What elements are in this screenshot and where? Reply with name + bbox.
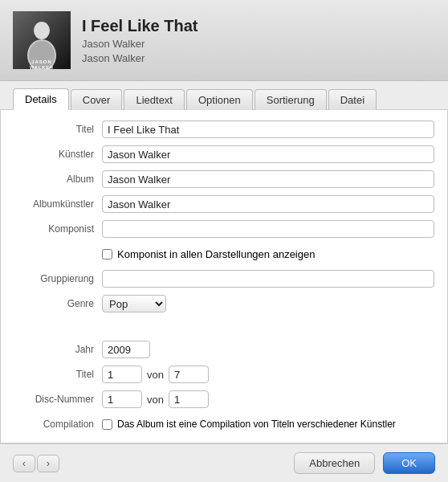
genre-field-wrapper: Pop Rock Jazz Classical Electronic Hip-H… <box>102 295 434 312</box>
gruppierung-row: Gruppierung <box>14 269 434 288</box>
genre-select[interactable]: Pop Rock Jazz Classical Electronic Hip-H… <box>102 295 166 312</box>
nav-prev-button[interactable]: ‹ <box>13 455 35 472</box>
disc-input[interactable] <box>102 390 142 408</box>
tabs-bar: Details Cover Liedtext Optionen Sortieru… <box>0 81 448 110</box>
albumkuenstler-field-wrapper <box>102 195 434 213</box>
disc-label: Disc-Nummer <box>14 394 102 405</box>
jahr-field-wrapper <box>102 341 434 358</box>
titelnr-von-label: von <box>147 369 164 381</box>
komponist-checkbox[interactable] <box>102 249 112 259</box>
tab-optionen[interactable]: Optionen <box>186 89 253 110</box>
footer-actions: Abbrechen OK <box>294 452 435 474</box>
gruppierung-label: Gruppierung <box>14 273 102 284</box>
titelnr-row: Titel von <box>14 365 434 384</box>
compilation-checkbox[interactable] <box>102 419 112 430</box>
ok-button[interactable]: OK <box>383 452 435 474</box>
titel-label: Titel <box>14 124 102 135</box>
tab-liedtext[interactable]: Liedtext <box>124 89 185 110</box>
compilation-checkbox-label: Das Album ist eine Compilation von Titel… <box>117 419 396 430</box>
jahr-input[interactable] <box>102 341 150 358</box>
albumkuenstler-row: Albumkünstler <box>14 194 434 214</box>
content-area: Titel Künstler Album Albumkünstler Kompo… <box>0 110 448 443</box>
titel-row: Titel <box>14 120 434 139</box>
album-art: JASON WALKER <box>13 11 71 69</box>
jahr-row: Jahr <box>14 340 434 359</box>
titel-field-wrapper <box>102 120 434 138</box>
genre-row: Genre Pop Rock Jazz Classical Electronic… <box>14 294 434 313</box>
album-field-wrapper <box>102 170 434 188</box>
kuenstler-label: Künstler <box>14 149 102 160</box>
header-info: I Feel Like That Jason Walker Jason Walk… <box>82 17 198 64</box>
albumkuenstler-label: Albumkünstler <box>14 198 102 210</box>
komponist-checkbox-label: Komponist in allen Darstellungen anzeige… <box>117 248 315 260</box>
titelnr-input[interactable] <box>102 366 142 383</box>
nav-buttons: ‹ › <box>13 455 59 472</box>
cancel-button[interactable]: Abbrechen <box>294 452 375 474</box>
komponist-row: Komponist <box>14 219 434 239</box>
gruppierung-field-wrapper <box>102 270 434 288</box>
albumkuenstler-input[interactable] <box>102 195 434 213</box>
komponist-checkbox-row: Komponist in allen Darstellungen anzeige… <box>14 244 434 263</box>
album-label: Album <box>14 174 102 185</box>
komponist-checkbox-wrapper: Komponist in allen Darstellungen anzeige… <box>102 248 434 260</box>
disc-row: Disc-Nummer von <box>14 390 434 409</box>
header-title: I Feel Like That <box>82 17 198 35</box>
album-input[interactable] <box>102 170 434 188</box>
album-art-svg: JASON WALKER <box>13 11 71 69</box>
header-artist: Jason Walker <box>82 38 198 50</box>
titelnr-label: Titel <box>14 369 102 380</box>
komponist-input[interactable] <box>102 220 434 238</box>
kuenstler-field-wrapper <box>102 145 434 163</box>
titelnr-von-input[interactable] <box>169 366 209 383</box>
disc-field-wrapper: von <box>102 390 434 408</box>
album-row: Album <box>14 170 434 189</box>
disc-von-input[interactable] <box>169 390 209 408</box>
komponist-field-wrapper <box>102 220 434 238</box>
genre-label: Genre <box>14 298 102 309</box>
titel-input[interactable] <box>102 120 434 138</box>
svg-text:JASON: JASON <box>31 59 52 64</box>
footer: ‹ › Abbrechen OK <box>0 443 448 482</box>
nav-next-button[interactable]: › <box>37 455 59 472</box>
svg-point-1 <box>34 22 50 39</box>
kuenstler-input[interactable] <box>102 145 434 163</box>
tab-details[interactable]: Details <box>13 88 69 110</box>
compilation-field-wrapper: Das Album ist eine Compilation von Titel… <box>102 419 434 430</box>
tab-sortierung[interactable]: Sortierung <box>255 89 327 110</box>
titelnr-field-wrapper: von <box>102 366 434 383</box>
compilation-row: Compilation Das Album ist eine Compilati… <box>14 415 434 434</box>
header-section: JASON WALKER I Feel Like That Jason Walk… <box>0 0 448 81</box>
komponist-label: Komponist <box>14 223 102 235</box>
tab-cover[interactable]: Cover <box>71 89 123 110</box>
jahr-label: Jahr <box>14 344 102 355</box>
svg-text:WALKER: WALKER <box>30 65 54 69</box>
separator-1 <box>14 319 434 338</box>
disc-von-label: von <box>147 394 164 406</box>
compilation-label: Compilation <box>14 419 102 430</box>
gruppierung-input[interactable] <box>102 270 434 288</box>
tab-datei[interactable]: Datei <box>328 89 377 110</box>
header-album: Jason Walker <box>82 52 198 64</box>
kuenstler-row: Künstler <box>14 145 434 164</box>
